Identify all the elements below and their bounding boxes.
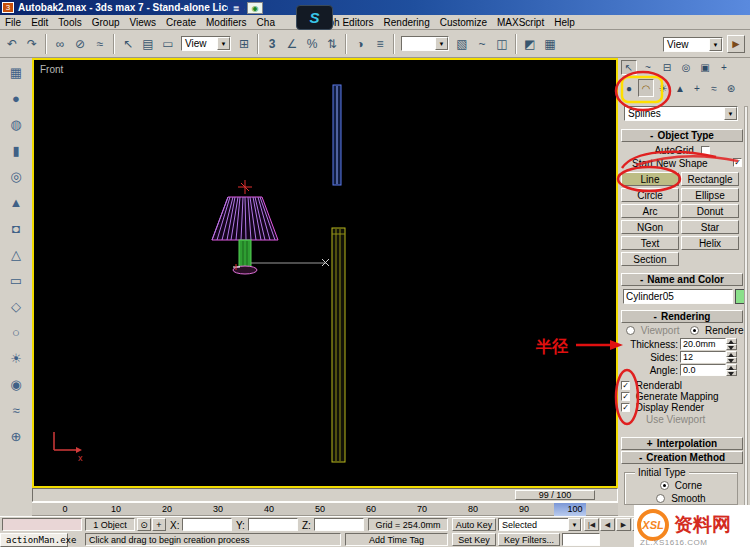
menu-character[interactable]: Cha	[252, 15, 280, 30]
start-new-shape-checkbox[interactable]: ✓	[733, 158, 742, 167]
snap-toggle-3d-icon[interactable]: 3	[262, 34, 282, 54]
schematic-view-icon[interactable]: ◫	[492, 34, 512, 54]
object-name-field[interactable]: Cylinder05	[623, 289, 733, 304]
pyramid-primitive-icon[interactable]: △	[5, 244, 27, 264]
renderer-radio[interactable]	[690, 326, 699, 335]
named-selection-combo[interactable]: ▼	[401, 36, 449, 51]
chevron-down-icon[interactable]: ▼	[435, 37, 448, 50]
quick-render-icon[interactable]: ►	[727, 35, 745, 53]
selection-filter-combo[interactable]: View ▼	[181, 36, 231, 51]
yellow-pole-object[interactable]	[332, 228, 345, 462]
corner-radio[interactable]	[660, 481, 669, 490]
select-object-icon[interactable]: ↖	[118, 34, 138, 54]
tray-icon-1[interactable]: ≣	[228, 2, 244, 14]
percent-snap-icon[interactable]: %	[302, 34, 322, 54]
teapot-primitive-icon[interactable]: ◇	[5, 296, 27, 316]
track-bar[interactable]: 0 10 20 30 40 50 60 70 80 90 100	[32, 502, 618, 516]
shapes-tool-icon[interactable]: ○	[5, 322, 27, 342]
redo-icon[interactable]: ↷	[22, 34, 42, 54]
autogrid-checkbox[interactable]	[701, 146, 710, 155]
ngon-button[interactable]: NGon	[621, 220, 679, 234]
name-color-rollout-header[interactable]: - Name and Color	[621, 273, 743, 286]
play-icon[interactable]: ▶	[616, 518, 631, 531]
menu-tools[interactable]: Tools	[53, 15, 86, 30]
object-type-rollout-header[interactable]: - Object Type	[621, 129, 743, 142]
motion-tab-icon[interactable]: ◎	[678, 60, 694, 75]
donut-button[interactable]: Donut	[681, 204, 739, 218]
absolute-offset-icon[interactable]: +	[152, 518, 166, 531]
lights-tool-icon[interactable]: ☀	[5, 348, 27, 368]
sides-spinner[interactable]	[726, 351, 737, 363]
spinner-snap-icon[interactable]: ⇅	[322, 34, 342, 54]
create-tab-icon[interactable]: ↖	[621, 60, 637, 75]
display-render-checkbox[interactable]: ✓	[621, 403, 630, 412]
modify-tab-icon[interactable]: ~	[640, 60, 656, 75]
lamp-stand-object[interactable]	[239, 240, 251, 267]
menu-rendering[interactable]: Rendering	[379, 15, 435, 30]
select-and-link-icon[interactable]: ∞	[50, 34, 70, 54]
thickness-field[interactable]: 20.0mm	[680, 338, 726, 350]
cone-primitive-icon[interactable]: ▲	[5, 192, 27, 212]
unlink-selection-icon[interactable]: ⊘	[70, 34, 90, 54]
menu-maxscript[interactable]: MAXScript	[492, 15, 549, 30]
go-to-start-icon[interactable]: |◀	[584, 518, 599, 531]
menu-edit[interactable]: Edit	[26, 15, 53, 30]
creation-method-rollout-header[interactable]: - Creation Method	[621, 451, 743, 464]
ellipse-button[interactable]: Ellipse	[681, 188, 739, 202]
space-warps-category-icon[interactable]: ≈	[706, 79, 722, 97]
panel-scrollbar[interactable]	[744, 106, 748, 506]
circle-button[interactable]: Circle	[621, 188, 679, 202]
maxscript-mini-listener[interactable]	[2, 518, 82, 531]
material-editor-icon[interactable]: ◩	[520, 34, 540, 54]
lamp-shade-object[interactable]	[212, 197, 278, 240]
undo-icon[interactable]: ↶	[2, 34, 22, 54]
mirror-icon[interactable]: ◑	[350, 34, 370, 54]
align-icon[interactable]: ≡	[370, 34, 390, 54]
z-coordinate-field[interactable]	[314, 518, 364, 531]
interpolation-rollout-header[interactable]: + Interpolation	[621, 437, 743, 450]
spline-type-combo[interactable]: Splines ▼	[624, 106, 738, 121]
rendering-rollout-header[interactable]: - Rendering	[621, 310, 743, 323]
geometry-category-icon[interactable]: ●	[621, 79, 637, 97]
key-filters-button[interactable]: Key Filters...	[498, 533, 560, 546]
menu-modifiers[interactable]: Modifiers	[201, 15, 252, 30]
select-by-name-icon[interactable]: ▤	[138, 34, 158, 54]
hierarchy-tab-icon[interactable]: ⊟	[659, 60, 675, 75]
lamp-base-object[interactable]	[233, 264, 257, 274]
render-scene-icon[interactable]: ▦	[540, 34, 560, 54]
thickness-spinner[interactable]	[726, 338, 737, 350]
chevron-down-icon[interactable]: ▼	[217, 37, 230, 50]
cylinder-primitive-icon[interactable]: ▮	[5, 140, 27, 160]
bind-to-space-warp-icon[interactable]: ≈	[90, 34, 110, 54]
y-coordinate-field[interactable]	[248, 518, 298, 531]
renderable-checkbox[interactable]: ✓	[621, 381, 630, 390]
window-crossing-icon[interactable]: ⊞	[234, 34, 254, 54]
viewport-radio[interactable]	[626, 326, 635, 335]
previous-frame-icon[interactable]: ◀	[600, 518, 615, 531]
torus-primitive-icon[interactable]: ◎	[5, 166, 27, 186]
section-button[interactable]: Section	[621, 252, 679, 266]
time-slider-track[interactable]: 99 / 100	[32, 488, 618, 502]
box-primitive-icon[interactable]: ▦	[5, 62, 27, 82]
rectangle-button[interactable]: Rectangle	[681, 172, 739, 186]
menu-help[interactable]: Help	[549, 15, 580, 30]
set-key-button[interactable]: Set Key	[452, 533, 496, 546]
menu-customize[interactable]: Customize	[435, 15, 492, 30]
generate-mapping-checkbox[interactable]: ✓	[621, 392, 630, 401]
angle-field[interactable]: 0.0	[680, 364, 726, 376]
systems-category-icon[interactable]: ⊛	[723, 79, 739, 97]
tube-primitive-icon[interactable]: ◘	[5, 218, 27, 238]
menu-group[interactable]: Group	[87, 15, 125, 30]
menu-create[interactable]: Create	[161, 15, 201, 30]
star-button[interactable]: Star	[681, 220, 739, 234]
title-bar[interactable]: 3 Autobak2.max - 3ds max 7 - Stand-alone…	[0, 0, 750, 15]
tray-icon-2[interactable]: ◉	[247, 2, 263, 14]
text-button[interactable]: Text	[621, 236, 679, 250]
chevron-down-icon[interactable]: ▼	[724, 107, 737, 120]
key-mode-combo[interactable]: Selected ▼	[498, 518, 582, 531]
arc-button[interactable]: Arc	[621, 204, 679, 218]
smooth-radio[interactable]	[656, 494, 665, 503]
x-coordinate-field[interactable]	[182, 518, 232, 531]
selection-lock-icon[interactable]: ⊙	[137, 518, 151, 531]
menu-views[interactable]: Views	[125, 15, 162, 30]
